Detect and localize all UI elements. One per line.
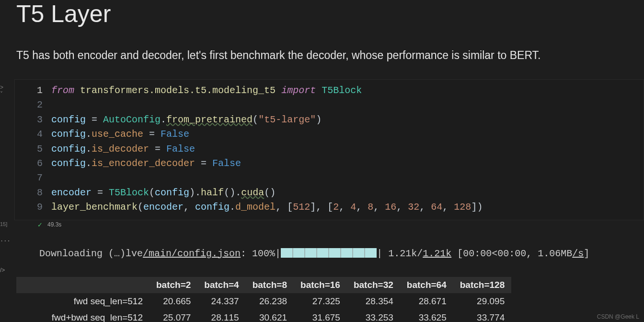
cell: 29.095 — [453, 293, 511, 310]
output-type-icon: /> — [0, 267, 5, 274]
line-number: 4 — [15, 127, 51, 142]
line-number: 5 — [15, 142, 51, 156]
execution-status: 15] ✓ 49.3s — [16, 220, 644, 229]
line-number: 2 — [15, 98, 51, 112]
cell: 33.625 — [400, 310, 453, 322]
table-row: fwd+bwd seq_len=512 25.077 28.115 30.621… — [16, 310, 511, 322]
output-gutter-icon: ··· — [0, 238, 11, 245]
watermark: CSDN @Geek L — [597, 313, 639, 320]
line-number: 7 — [15, 171, 51, 185]
cell: 30.621 — [246, 310, 294, 322]
cell: 24.337 — [197, 293, 245, 310]
row-header: fwd+bwd seq_len=512 — [16, 310, 150, 322]
line-number: 8 — [15, 186, 51, 200]
cell: 28.354 — [347, 293, 400, 310]
cell-output: ···Downloading (…)lve/main/config.json: … — [16, 229, 644, 277]
col-header: batch=128 — [453, 277, 511, 293]
cell: 33.253 — [347, 310, 400, 322]
line-number: 3 — [15, 113, 51, 127]
check-icon: ✓ — [37, 221, 43, 228]
col-header: batch=4 — [197, 277, 245, 293]
line-number: 6 — [15, 156, 51, 171]
size-link[interactable]: 1.21k — [423, 248, 451, 259]
cell: 20.665 — [150, 293, 197, 310]
cell-gutter-collapse[interactable]: > ˅ — [0, 84, 3, 97]
code-cell[interactable]: 1from transformers.models.t5.modeling_t5… — [14, 79, 644, 220]
cell: 27.325 — [294, 293, 347, 310]
table-row: fwd seq_len=512 20.665 24.337 26.238 27.… — [16, 293, 511, 310]
cell: 33.774 — [453, 310, 511, 322]
cell: 28.671 — [400, 293, 453, 310]
config-json-link[interactable]: /main/config.json — [143, 248, 241, 259]
execution-count: 15] — [0, 221, 7, 227]
line-number: 1 — [15, 83, 51, 98]
execution-time: 49.3s — [47, 221, 61, 228]
cell: 31.675 — [294, 310, 347, 322]
rate-link[interactable]: /s — [572, 248, 584, 259]
col-header: batch=64 — [400, 277, 453, 293]
cell: 25.077 — [150, 310, 197, 322]
col-header: batch=32 — [347, 277, 400, 293]
section-description: T5 has both encoder and decoder, let's f… — [16, 49, 644, 62]
code-block[interactable]: 1from transformers.models.t5.modeling_t5… — [15, 80, 644, 220]
section-heading: T5 Layer — [16, 0, 644, 28]
progress-bar — [281, 248, 377, 258]
col-header: batch=16 — [294, 277, 347, 293]
table-header-row: batch=2 batch=4 batch=8 batch=16 batch=3… — [16, 277, 511, 293]
col-header: batch=2 — [150, 277, 197, 293]
line-number: 9 — [15, 200, 51, 215]
benchmark-table: batch=2 batch=4 batch=8 batch=16 batch=3… — [16, 277, 511, 322]
col-header: batch=8 — [246, 277, 294, 293]
cell: 28.115 — [197, 310, 245, 322]
row-header: fwd seq_len=512 — [16, 293, 150, 310]
cell: 26.238 — [246, 293, 294, 310]
